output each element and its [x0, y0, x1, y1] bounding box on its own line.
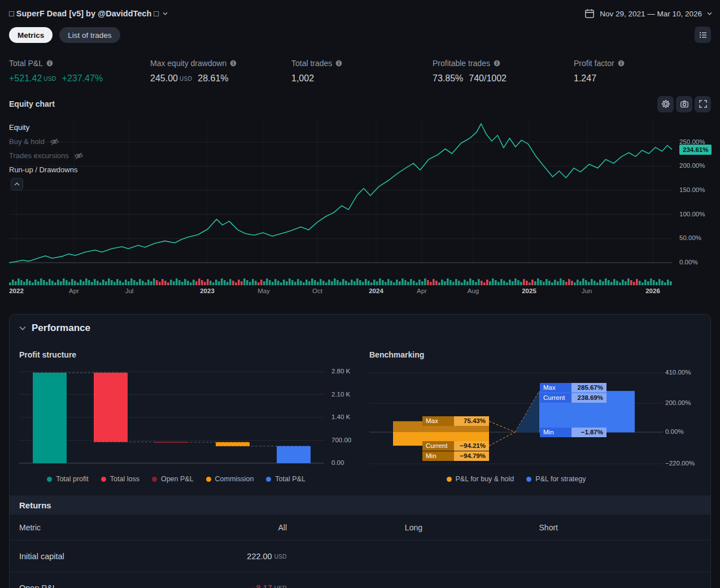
benchmarking-chips: Max75.43%Current−94.21%Min−94.79%Max285.… [369, 367, 663, 468]
benchmark-chip: Min−1.87% [540, 428, 606, 437]
stat-label: Total trades [291, 59, 332, 68]
legend-dot [47, 477, 52, 482]
legend-trades-excursions[interactable]: Trades excursions [9, 149, 84, 163]
info-icon[interactable] [46, 60, 53, 67]
stat-value: +521.42 [9, 73, 42, 84]
legend-equity[interactable]: Equity [9, 120, 84, 134]
returns-table-header: Metric All Long Short [10, 515, 710, 541]
returns-section-header: Returns [10, 495, 710, 515]
legend-dot [101, 477, 106, 482]
profit-y-tick: 2.80 K [331, 368, 350, 374]
equity-x-tick: 2023 [200, 288, 215, 294]
equity-price-axis[interactable]: 234.61% 250.00%200.00%150.00%100.00%50.0… [679, 0, 719, 305]
collapse-pane-button[interactable] [11, 178, 23, 190]
equity-x-tick: 2024 [369, 288, 383, 294]
column-metric: Metric [19, 523, 151, 532]
calendar-icon [584, 8, 595, 19]
chevron-down-icon [163, 12, 168, 15]
equity-time-axis[interactable]: 2022AprJul2023MayOct2024AprAug2025Jun202… [9, 288, 672, 297]
stat-total-pnl: Total P&L +521.42 USD +237.47% [9, 58, 150, 84]
equity-line [9, 124, 672, 263]
chip-label: Current [422, 441, 454, 451]
chevron-down-icon [19, 326, 26, 330]
benchmark-chip: Max75.43% [422, 416, 489, 426]
legend-item[interactable]: P&L for buy & hold [447, 475, 514, 483]
benchmarking-chart[interactable]: Max75.43%Current−94.21%Min−94.79%Max285.… [369, 367, 663, 468]
row-value: −8.17 [251, 583, 272, 588]
profit-y-tick: 700.00 [331, 437, 351, 443]
column-long: Long [287, 523, 422, 532]
profit-y-tick: 2.10 K [331, 391, 350, 398]
chip-value: −1.87% [571, 428, 606, 437]
row-currency: USD [274, 554, 287, 560]
benchmark-chip: Min−94.79% [422, 451, 489, 461]
stat-label: Profit factor [574, 59, 614, 68]
legend-dot [152, 477, 157, 482]
table-row-open-pnl: Open P&L −8.17USD [10, 572, 710, 588]
legend-item[interactable]: P&L for strategy [526, 475, 586, 483]
legend-item[interactable]: Total loss [101, 475, 139, 483]
trades-strip [9, 278, 672, 285]
equity-y-tick: 150.00% [679, 186, 705, 193]
equity-y-tick: 100.00% [679, 211, 705, 217]
info-icon[interactable] [230, 60, 237, 67]
legend-item[interactable]: Commission [206, 475, 254, 483]
gear-icon [661, 99, 670, 108]
info-icon[interactable] [494, 60, 500, 67]
equity-x-tick: Apr [417, 288, 427, 294]
tab-metrics[interactable]: Metrics [9, 27, 53, 43]
strategy-title: □ SuperF Dead [v5] by @DaviddTech □ [9, 9, 159, 18]
chart-settings-button[interactable] [657, 96, 674, 112]
info-icon[interactable] [618, 60, 625, 67]
tab-list-of-trades[interactable]: List of trades [59, 27, 120, 43]
benchmark-chip: Current238.69% [540, 393, 606, 403]
equity-x-tick: Jun [582, 288, 592, 294]
chip-label: Max [540, 383, 571, 393]
legend-dot [206, 477, 211, 482]
legend-buy-and-hold[interactable]: Buy & hold [9, 134, 84, 149]
chevron-up-icon [14, 182, 20, 186]
equity-y-tick: 50.00% [679, 234, 701, 241]
chip-value: −94.21% [454, 441, 489, 451]
legend-label: Commission [215, 475, 254, 483]
chip-value: 238.69% [571, 393, 606, 403]
legend-label: Trades excursions [9, 151, 69, 160]
equity-chart-canvas[interactable] [9, 119, 672, 264]
equity-y-tick: 250.00% [679, 138, 705, 145]
stat-value: 245.00 [150, 73, 178, 84]
legend-item[interactable]: Open P&L [152, 475, 194, 483]
chip-label: Current [540, 393, 571, 403]
strategy-title-dropdown[interactable]: □ SuperF Dead [v5] by @DaviddTech □ [9, 7, 168, 20]
info-icon[interactable] [335, 60, 342, 67]
chip-value: −94.79% [454, 451, 489, 461]
equity-x-tick: May [258, 288, 270, 294]
equity-y-tick: 200.00% [679, 162, 705, 169]
legend-label: Open P&L [161, 475, 194, 483]
profit-structure-y-axis: 2.80 K2.10 K1.40 K700.000.00 [331, 367, 365, 468]
profit-structure-legend: Total profitTotal lossOpen P&LCommission… [19, 475, 333, 483]
equity-last-value-badge: 234.61% [679, 145, 712, 155]
profit-structure-chart[interactable] [19, 367, 324, 468]
stat-secondary: +237.47% [62, 73, 103, 84]
performance-section-toggle[interactable]: Performance [19, 323, 90, 334]
legend-label: P&L for buy & hold [456, 475, 514, 483]
benchmark-chip: Max285.67% [540, 383, 606, 393]
legend-label: P&L for strategy [535, 475, 586, 483]
column-short: Short [422, 523, 558, 532]
equity-x-tick: Jul [125, 288, 134, 294]
legend-item[interactable]: Total profit [47, 475, 89, 483]
equity-x-tick: 2026 [645, 288, 660, 294]
legend-item[interactable]: Total P&L [266, 475, 306, 483]
equity-x-tick: 2022 [9, 288, 24, 294]
chip-value: 285.67% [571, 383, 606, 393]
stat-total-trades: Total trades 1,002 [291, 58, 433, 84]
performance-panel: Performance Profit structure 2.80 K2.10 … [9, 314, 711, 588]
eye-off-icon [50, 138, 59, 146]
stat-value: 1.247 [574, 73, 596, 84]
row-metric: Initial capital [19, 552, 151, 561]
legend-runup-drawdowns[interactable]: Run-up / Drawdowns [9, 163, 84, 177]
legend-dot [526, 477, 531, 482]
legend-dot [447, 477, 452, 482]
chip-label: Max [422, 416, 454, 426]
strategy-tester-panel: □ SuperF Dead [v5] by @DaviddTech □ Nov … [0, 0, 720, 588]
